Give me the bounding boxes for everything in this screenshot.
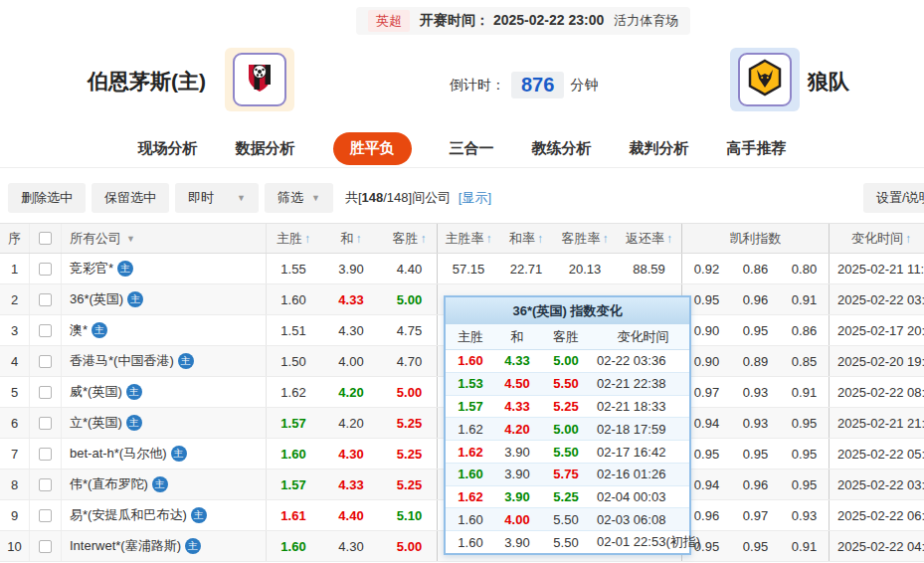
company-name[interactable]: 立*(英国)主: [62, 408, 267, 438]
settings-button[interactable]: 设置/说明: [863, 183, 924, 213]
header-return-rate[interactable]: 返还率↑: [617, 224, 682, 253]
popup-change-time: 02-17 16:42: [593, 445, 689, 460]
popup-row: 1.57 4.33 5.25 02-21 18:33: [446, 396, 689, 419]
sort-up-icon: ↑: [603, 232, 609, 246]
row-checkbox[interactable]: [39, 509, 52, 522]
popup-row: 1.60 4.00 5.50 02-03 06:08: [446, 508, 689, 531]
odds-home: 1.57: [267, 469, 320, 499]
odds-draw: 4.20: [320, 408, 382, 438]
row-seq: 9: [0, 500, 30, 530]
popup-change-time: 02-16 01:26: [593, 467, 689, 481]
company-name[interactable]: 易*(安提瓜和巴布达)主: [62, 500, 267, 530]
odds-away: 4.75: [382, 315, 438, 345]
odds-draw: 4.33: [320, 284, 382, 314]
change-time: 2025-02-22 04:1: [830, 531, 924, 561]
row-checkbox[interactable]: [39, 540, 52, 553]
host-badge-icon: 主: [171, 446, 187, 462]
odds-away: 5.25: [382, 469, 438, 499]
row-checkbox[interactable]: [39, 386, 52, 399]
away-team-logo: [730, 48, 800, 111]
kelly-values: 0.960.970.93: [682, 500, 830, 530]
odds-home: 1.60: [267, 439, 320, 469]
popup-odds-away: 5.50: [539, 376, 593, 391]
sort-up-icon: ↑: [905, 232, 911, 246]
header-away-rate[interactable]: 客胜率↑: [553, 224, 617, 253]
kelly-values: 0.900.890.85: [682, 346, 830, 376]
company-name[interactable]: 36*(英国)主: [62, 284, 267, 314]
row-seq: 2: [0, 284, 30, 314]
countdown-label: 倒计时：: [450, 77, 505, 94]
filter-dropdown[interactable]: 筛选 ▼: [265, 183, 333, 213]
popup-odds-away: 5.50: [539, 445, 593, 460]
row-seq: 10: [0, 531, 30, 561]
odds-away: 5.00: [382, 284, 438, 314]
kelly-values: 0.940.960.95: [682, 469, 830, 499]
header-home-win[interactable]: 主胜↑: [267, 224, 320, 253]
popup-odds-away: 5.25: [539, 489, 593, 504]
match-info-strip: 英超 开赛时间： 2025-02-22 23:00 活力体育场: [356, 7, 690, 35]
popup-odds-away: 5.25: [539, 399, 593, 414]
tab-裁判分析[interactable]: 裁判分析: [630, 139, 689, 158]
popup-odds-home: 1.57: [446, 399, 495, 414]
countdown: 倒计时： 876 分钟: [450, 72, 598, 98]
tab-胜平负[interactable]: 胜平负: [333, 132, 412, 165]
odds-away: 5.00: [382, 377, 438, 407]
tab-高手推荐[interactable]: 高手推荐: [727, 139, 787, 158]
company-name[interactable]: Interwet*(塞浦路斯)主: [62, 531, 267, 561]
tab-三合一[interactable]: 三合一: [450, 139, 494, 158]
company-name[interactable]: 竞彩官*主: [62, 254, 267, 283]
row-checkbox[interactable]: [39, 293, 52, 306]
delete-selected-button[interactable]: 删除选中: [8, 183, 86, 213]
change-time: 2025-02-22 08:1: [830, 377, 924, 407]
host-badge-icon: 主: [152, 476, 168, 492]
row-checkbox[interactable]: [39, 478, 52, 491]
tab-现场分析[interactable]: 现场分析: [138, 139, 198, 158]
rate-home: 57.15: [438, 254, 499, 283]
company-name[interactable]: 威*(英国)主: [62, 377, 267, 407]
tab-数据分析[interactable]: 数据分析: [236, 139, 295, 158]
select-all-checkbox[interactable]: [39, 232, 52, 245]
chevron-down-icon: ▼: [237, 193, 246, 203]
live-dropdown[interactable]: 即时 ▼: [175, 183, 259, 213]
chevron-down-icon: ▼: [126, 234, 135, 244]
popup-change-time: 02-21 18:33: [593, 399, 689, 414]
popup-odds-draw: 4.00: [495, 512, 539, 527]
popup-odds-draw: 3.90: [495, 489, 539, 504]
row-checkbox[interactable]: [39, 417, 52, 430]
popup-odds-home: 1.62: [446, 445, 495, 460]
sort-up-icon: ↑: [486, 232, 492, 246]
row-checkbox[interactable]: [39, 448, 52, 461]
header-draw-rate[interactable]: 和率↑: [499, 224, 553, 253]
change-time: 2025-02-22 06:3: [830, 500, 924, 530]
company-name[interactable]: 澳*主: [62, 315, 267, 345]
popup-change-time: 02-04 00:03: [593, 489, 689, 504]
header-away-win[interactable]: 客胜↑: [382, 224, 438, 253]
popup-odds-draw: 3.90: [495, 445, 539, 460]
host-badge-icon: 主: [126, 384, 142, 400]
kelly-values: 0.920.860.80: [682, 254, 830, 283]
keep-selected-button[interactable]: 保留选中: [92, 183, 169, 213]
tab-教练分析[interactable]: 教练分析: [532, 139, 592, 158]
row-checkbox[interactable]: [39, 263, 52, 276]
row-checkbox[interactable]: [39, 355, 52, 368]
header-home-rate[interactable]: 主胜率↑: [438, 224, 499, 253]
popup-odds-away: 5.50: [539, 535, 593, 550]
show-link[interactable]: [显示]: [459, 190, 491, 205]
odds-draw: 4.40: [320, 500, 382, 530]
row-seq: 8: [0, 469, 30, 499]
header-company[interactable]: 所有公司▼: [62, 224, 267, 253]
odds-draw: 4.30: [320, 315, 382, 345]
company-name[interactable]: 香港马*(中国香港)主: [62, 346, 267, 376]
company-name[interactable]: 伟*(直布罗陀)主: [62, 469, 267, 499]
host-badge-icon: 主: [126, 415, 142, 431]
row-checkbox[interactable]: [39, 324, 52, 337]
odds-home: 1.55: [267, 254, 320, 283]
header-draw[interactable]: 和↑: [320, 224, 382, 253]
popup-row: 1.60 4.33 5.00 02-22 03:36: [446, 350, 689, 373]
odds-draw: 4.33: [320, 469, 382, 499]
kelly-values: 0.950.960.91: [682, 284, 830, 314]
header-change-time[interactable]: 变化时间↑: [830, 224, 924, 253]
row-seq: 4: [0, 346, 30, 376]
company-name[interactable]: bet-at-h*(马尔他)主: [62, 439, 267, 469]
league-badge: 英超: [368, 10, 410, 32]
